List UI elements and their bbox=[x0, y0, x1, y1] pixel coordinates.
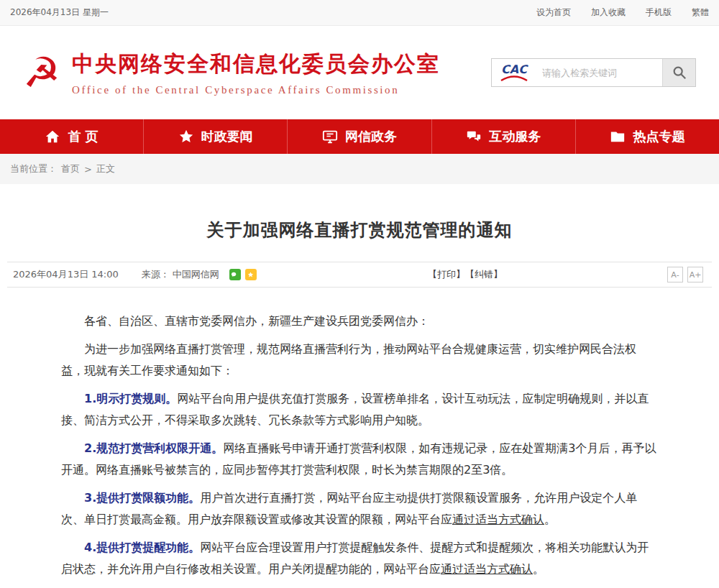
breadcrumb-home-link[interactable]: 首页 bbox=[61, 162, 80, 175]
nav-item-label: 网信政务 bbox=[345, 128, 397, 145]
paragraph-tail: 。 bbox=[544, 513, 556, 526]
nav-item-politics-news[interactable]: 时政要闻 bbox=[144, 119, 288, 154]
font-size-controls: A- A+ bbox=[667, 267, 703, 282]
paragraph-lead: 3.提供打赏限额功能。 bbox=[84, 491, 200, 505]
site-header: ☭ 中央网络安全和信息化委员会办公室 Office of the Central… bbox=[0, 26, 719, 119]
star-icon bbox=[178, 129, 194, 144]
paragraph-lead: 2.规范打赏营利权限开通。 bbox=[84, 441, 223, 455]
search-icon bbox=[672, 65, 687, 81]
search-button[interactable] bbox=[662, 59, 695, 86]
add-favorite-link[interactable]: 加入收藏 bbox=[591, 6, 626, 19]
mobile-version-link[interactable]: 手机版 bbox=[646, 6, 672, 19]
current-date: 2026年04月13日 星期一 bbox=[10, 6, 109, 19]
publish-datetime: 2026年04月13日 14:00 bbox=[13, 268, 119, 281]
article-paragraph: 4.提供打赏提醒功能。网站平台应合理设置用户打赏提醒触发条件、提醒方式和提醒频次… bbox=[61, 537, 658, 580]
nav-item-label: 互动服务 bbox=[489, 128, 541, 145]
nav-item-home[interactable]: 首 页 bbox=[0, 119, 144, 154]
paragraph-tail: 。 bbox=[533, 562, 544, 576]
cac-logo: CAC bbox=[492, 59, 536, 86]
set-homepage-link[interactable]: 设为首页 bbox=[536, 6, 571, 19]
wechat-share-icon[interactable] bbox=[229, 269, 241, 280]
article-paragraph: 各省、自治区、直辖市党委网信办，新疆生产建设兵团党委网信办： bbox=[61, 311, 658, 332]
paragraph-underline-text: 通过适当方式确认 bbox=[441, 562, 533, 576]
paragraph-lead: 1.明示打赏规则。 bbox=[84, 392, 177, 405]
nav-item-hot-topics[interactable]: 热点专题 bbox=[576, 119, 719, 154]
search-input[interactable] bbox=[536, 59, 662, 86]
article-title: 关于加强网络直播打赏规范管理的通知 bbox=[0, 219, 719, 242]
topbar-links: 设为首页 加入收藏 手机版 繁體 bbox=[536, 6, 709, 19]
site-title: 中央网络安全和信息化委员会办公室 bbox=[72, 50, 440, 79]
paragraph-underline-text: 通过适当方式确认 bbox=[452, 513, 544, 526]
nav-item-interactive-services[interactable]: 互动服务 bbox=[432, 119, 576, 154]
print-button[interactable]: 【打印】 bbox=[428, 268, 465, 281]
breadcrumb-current: 正文 bbox=[96, 162, 115, 175]
site-subtitle: Office of the Central Cyberspace Affairs… bbox=[72, 84, 440, 96]
breadcrumb-separator: > bbox=[84, 164, 92, 175]
home-icon bbox=[45, 129, 60, 144]
font-larger-button[interactable]: A+ bbox=[687, 267, 703, 282]
error-correction-button[interactable]: 【纠错】 bbox=[465, 268, 503, 281]
nav-item-label: 热点专题 bbox=[633, 128, 684, 145]
article-paragraph: 1.明示打赏规则。网站平台向用户提供充值打赏服务，设置榜单排名，设计互动玩法，应… bbox=[61, 388, 658, 431]
folder-icon bbox=[610, 129, 626, 144]
site-title-block: 中央网络安全和信息化委员会办公室 Office of the Central C… bbox=[72, 50, 440, 96]
font-smaller-button[interactable]: A- bbox=[667, 267, 683, 282]
nav-item-label: 首 页 bbox=[68, 128, 98, 145]
nav-item-cyberspace-affairs[interactable]: 网信政务 bbox=[288, 119, 431, 154]
monitor-icon bbox=[322, 129, 338, 144]
chat-icon bbox=[466, 129, 482, 144]
cac-logo-swoosh bbox=[500, 75, 528, 82]
top-utility-bar: 2026年04月13日 星期一 设为首页 加入收藏 手机版 繁體 bbox=[0, 0, 719, 26]
source-name: 中国网信网 bbox=[173, 268, 219, 281]
article-paragraph: 3.提供打赏限额功能。用户首次进行直播打赏，网站平台应主动提供打赏限额设置服务，… bbox=[61, 487, 658, 530]
cac-logo-text: CAC bbox=[501, 64, 527, 75]
print-correct-links: 【打印】 【纠错】 bbox=[428, 268, 503, 281]
paragraph-text: 各省、自治区、直辖市党委网信办，新疆生产建设兵团党委网信办： bbox=[84, 314, 429, 328]
traditional-chinese-link[interactable]: 繁體 bbox=[692, 6, 709, 19]
main-navigation: 首 页 时政要闻 网信政务 互动服务 热点专题 bbox=[0, 119, 719, 154]
article-meta-row: 2026年04月13日 14:00 来源： 中国网信网 【打印】 【纠错】 A-… bbox=[7, 262, 712, 288]
source-label: 来源： bbox=[142, 268, 170, 281]
breadcrumb: 当前位置： 首页 > 正文 bbox=[0, 154, 719, 184]
nav-item-label: 时政要闻 bbox=[201, 128, 253, 145]
paragraph-text: 为进一步加强网络直播打赏管理，规范网络直播营利行为，推动网站平台合规健康运营，切… bbox=[61, 342, 636, 377]
article-body: 各省、自治区、直辖市党委网信办，新疆生产建设兵团党委网信办： 为进一步加强网络直… bbox=[0, 311, 719, 588]
article-paragraph: 2.规范打赏营利权限开通。网络直播账号申请开通打赏营利权限，如有违规记录，应在处… bbox=[61, 438, 658, 481]
breadcrumb-label: 当前位置： bbox=[10, 162, 57, 175]
paragraph-lead: 4.提供打赏提醒功能。 bbox=[84, 541, 200, 554]
article-container: 关于加强网络直播打赏规范管理的通知 2026年04月13日 14:00 来源： … bbox=[0, 219, 719, 588]
qzone-share-icon[interactable] bbox=[245, 269, 257, 280]
search-box: CAC bbox=[491, 58, 696, 87]
party-emblem-logo: ☭ bbox=[23, 52, 60, 93]
share-icons bbox=[229, 269, 257, 280]
article-paragraph: 为进一步加强网络直播打赏管理，规范网络直播营利行为，推动网站平台合规健康运营，切… bbox=[61, 339, 658, 382]
